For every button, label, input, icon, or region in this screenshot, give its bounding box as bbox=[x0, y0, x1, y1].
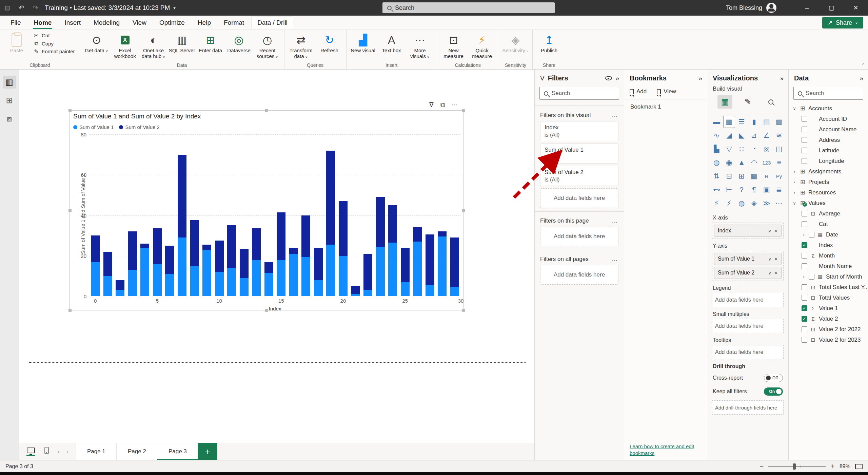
publish-button[interactable]: ↥Publish bbox=[535, 31, 563, 53]
field-checkbox[interactable] bbox=[802, 116, 807, 122]
bookmarks-learn-link[interactable]: Learn how to create and edit bookmarks bbox=[630, 443, 704, 457]
chevron-expanded-icon[interactable]: ∨ bbox=[792, 106, 797, 111]
field-row-account-id[interactable]: Account ID bbox=[789, 114, 868, 124]
field-row-total-values[interactable]: ⊡Total Values bbox=[789, 292, 868, 303]
sql-server-button[interactable]: ▥SQL Server bbox=[168, 31, 196, 53]
field-checkbox[interactable] bbox=[802, 158, 807, 164]
bookmarks-collapse-icon[interactable]: » bbox=[698, 75, 702, 82]
pill-dropdown-icon[interactable]: ∨ bbox=[768, 270, 772, 276]
arcgis-map-icon[interactable]: ◍ bbox=[736, 197, 748, 209]
filled-map-icon[interactable]: ◉ bbox=[723, 156, 735, 169]
field-row-account-name[interactable]: Account Name bbox=[789, 124, 868, 135]
new-measure-button[interactable]: ⊡New measure bbox=[440, 31, 468, 59]
key-influencers-icon[interactable]: ⊷ bbox=[711, 184, 723, 196]
bar-index-19[interactable] bbox=[326, 134, 335, 296]
pill-remove-icon[interactable]: ✕ bbox=[774, 256, 778, 262]
paginated-report-icon[interactable]: ≣ bbox=[773, 184, 785, 196]
field-checkbox[interactable] bbox=[802, 148, 807, 153]
bar-index-23[interactable] bbox=[376, 134, 385, 296]
chevron-collapsed-icon[interactable]: › bbox=[792, 190, 797, 195]
data-search-input[interactable]: Search bbox=[793, 87, 863, 100]
pill-dropdown-icon[interactable]: ∨ bbox=[768, 256, 772, 262]
tab-modeling[interactable]: Modeling bbox=[88, 17, 125, 28]
purple-custom-visual-icon[interactable]: ◈ bbox=[748, 197, 760, 209]
bar-index-28[interactable] bbox=[438, 134, 447, 296]
field-checkbox[interactable] bbox=[802, 221, 807, 227]
line-and-stacked-column-chart-icon[interactable]: ⊿ bbox=[748, 129, 760, 141]
analytics-mode-icon[interactable] bbox=[763, 95, 778, 109]
field-row-index[interactable]: Index bbox=[789, 240, 868, 250]
well-add-dropzone[interactable]: Add data fields here bbox=[712, 345, 784, 359]
filter-section-more-icon[interactable]: … bbox=[612, 255, 618, 263]
well-add-dropzone[interactable]: Add data fields here bbox=[712, 319, 784, 333]
page-nav-left-icon[interactable]: ‹ bbox=[58, 448, 60, 455]
keep-all-filters-toggle[interactable]: On bbox=[764, 387, 783, 396]
visual-more-options-icon[interactable]: ⋯ bbox=[452, 101, 458, 109]
enter-data-button[interactable]: ⊞Enter data bbox=[197, 31, 224, 53]
share-button[interactable]: ↗ Share ∨ bbox=[822, 17, 863, 28]
field-row-date[interactable]: ›▦Date bbox=[789, 229, 868, 240]
chevron-collapsed-icon[interactable]: › bbox=[792, 179, 797, 185]
bar-index-9[interactable] bbox=[202, 134, 211, 296]
smart-narrative-icon[interactable]: ¶ bbox=[748, 184, 760, 196]
ribbon-chart-icon[interactable]: ≋ bbox=[773, 129, 785, 141]
treemap-icon[interactable]: ◫ bbox=[773, 143, 785, 155]
resize-handle[interactable] bbox=[68, 309, 72, 312]
bar-index-0[interactable] bbox=[91, 134, 100, 296]
field-row-value-1[interactable]: ΣValue 1 bbox=[789, 303, 868, 314]
field-row-address[interactable]: Address bbox=[789, 135, 868, 145]
bar-index-11[interactable] bbox=[227, 134, 236, 296]
bar-index-3[interactable] bbox=[128, 134, 137, 296]
100-stacked-column-chart-icon[interactable]: ▦ bbox=[773, 116, 785, 128]
filter-section-more-icon[interactable]: … bbox=[612, 112, 618, 119]
redo-icon[interactable]: ↷ bbox=[28, 4, 43, 12]
area-chart-icon[interactable]: ◢ bbox=[723, 129, 735, 141]
zoom-in-icon[interactable]: + bbox=[831, 462, 835, 470]
table-row-values[interactable]: ∨⊞✓Values bbox=[789, 198, 868, 208]
field-checkbox[interactable] bbox=[809, 232, 814, 238]
tab-data-drill[interactable]: Data / Drill bbox=[252, 17, 293, 28]
stacked-bar-chart-icon[interactable]: ▬ bbox=[711, 116, 723, 128]
power-apps-visual-icon[interactable]: ⚡ bbox=[711, 197, 723, 209]
clustered-bar-chart-icon[interactable]: ☰ bbox=[736, 116, 748, 128]
field-checkbox[interactable] bbox=[802, 295, 807, 301]
tab-file[interactable]: File bbox=[5, 17, 26, 28]
format-visual-mode-icon[interactable]: ✎ bbox=[741, 95, 755, 109]
multi-row-card-icon[interactable]: ≡ bbox=[773, 156, 785, 169]
field-row-latitude[interactable]: Latitude bbox=[789, 145, 868, 156]
field-checkbox[interactable] bbox=[802, 137, 807, 143]
decomposition-tree-icon[interactable]: ⊢ bbox=[723, 184, 735, 196]
minimize-button[interactable]: – bbox=[795, 0, 819, 16]
field-checkbox[interactable] bbox=[802, 253, 807, 259]
undo-icon[interactable]: ↶ bbox=[14, 4, 28, 12]
tab-insert[interactable]: Insert bbox=[59, 17, 86, 28]
bar-index-12[interactable] bbox=[240, 134, 249, 296]
stacked-column-chart-visual[interactable]: Sum of Value 1 and Sum of Value 2 by Ind… bbox=[70, 110, 463, 310]
funnel-chart-icon[interactable]: ▽ bbox=[723, 143, 735, 155]
bar-index-2[interactable] bbox=[116, 134, 124, 296]
sensitivity-button[interactable]: ◈Sensitivity ∨ bbox=[502, 31, 530, 53]
restore-button[interactable]: ▢ bbox=[819, 0, 844, 16]
data-collapse-icon[interactable]: » bbox=[860, 75, 863, 82]
card-icon[interactable]: 123 bbox=[761, 156, 772, 169]
page-tab-page-1[interactable]: Page 1 bbox=[76, 443, 116, 460]
field-checkbox[interactable] bbox=[802, 326, 807, 332]
resize-handle[interactable] bbox=[462, 109, 465, 112]
zoom-slider-thumb[interactable] bbox=[793, 463, 796, 470]
resize-handle[interactable] bbox=[265, 309, 268, 312]
global-search-input[interactable]: Search bbox=[382, 2, 555, 13]
field-row-value-2-for-2022[interactable]: ⊡Value 2 for 2022 bbox=[789, 324, 868, 335]
pie-chart-icon[interactable]: ◔ bbox=[748, 143, 760, 155]
filter-section-more-icon[interactable]: … bbox=[612, 217, 618, 224]
blue-custom-visual-icon[interactable]: ≫ bbox=[761, 197, 772, 209]
close-button[interactable]: ✕ bbox=[844, 0, 868, 16]
field-row-cat[interactable]: Cat bbox=[789, 219, 868, 229]
100-stacked-bar-chart-icon[interactable]: ▤ bbox=[761, 116, 772, 128]
visual-filter-icon[interactable]: ∇ bbox=[429, 101, 434, 109]
chevron-collapsed-icon[interactable]: › bbox=[792, 169, 797, 174]
field-checkbox-checked[interactable] bbox=[802, 316, 807, 322]
bar-index-1[interactable] bbox=[103, 134, 112, 296]
filters-collapse-icon[interactable]: » bbox=[615, 75, 619, 82]
get-data-button[interactable]: ⊙Get data ∨ bbox=[83, 31, 111, 53]
bar-index-16[interactable] bbox=[289, 134, 298, 296]
